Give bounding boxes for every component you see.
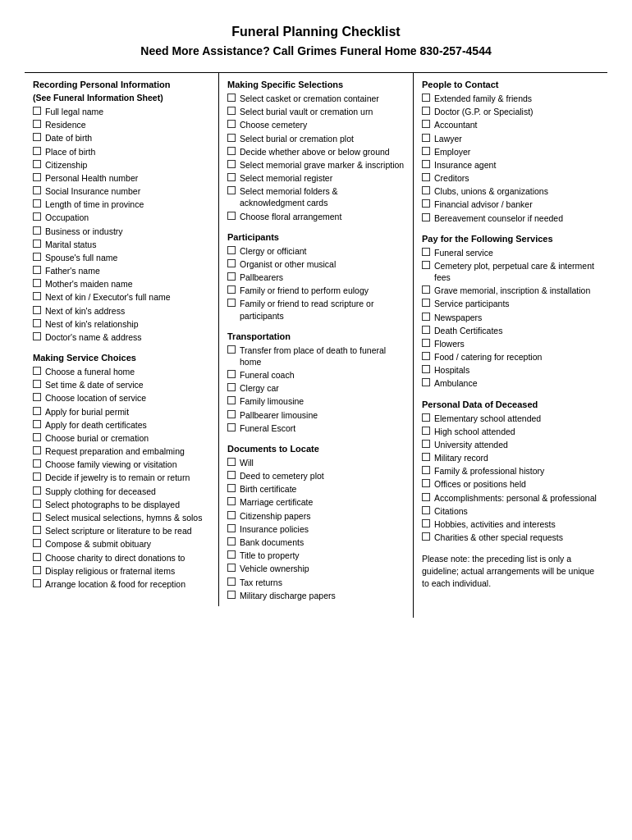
checkbox-icon[interactable] (422, 173, 430, 181)
checkbox-icon[interactable] (33, 472, 41, 481)
checkbox-icon[interactable] (33, 332, 41, 340)
checkbox-icon[interactable] (422, 453, 430, 461)
checkbox-icon[interactable] (227, 497, 236, 505)
checkbox-icon[interactable] (227, 259, 236, 267)
checkbox-icon[interactable] (422, 313, 430, 321)
checkbox-icon[interactable] (33, 319, 41, 327)
checkbox-icon[interactable] (422, 134, 430, 142)
checkbox-icon[interactable] (33, 253, 41, 261)
checkbox-icon[interactable] (227, 396, 236, 404)
checkbox-icon[interactable] (422, 440, 430, 448)
checkbox-icon[interactable] (227, 160, 236, 168)
checkbox-icon[interactable] (33, 160, 41, 168)
checkbox-icon[interactable] (227, 524, 236, 532)
checkbox-icon[interactable] (227, 370, 236, 378)
checkbox-icon[interactable] (227, 94, 236, 102)
checkbox-icon[interactable] (33, 553, 41, 561)
checkbox-icon[interactable] (33, 526, 41, 534)
checkbox-icon[interactable] (422, 466, 430, 474)
checkbox-icon[interactable] (227, 120, 236, 128)
checkbox-icon[interactable] (33, 133, 41, 141)
checkbox-icon[interactable] (422, 248, 430, 256)
checkbox-icon[interactable] (227, 345, 236, 354)
checkbox-icon[interactable] (422, 326, 430, 334)
checkbox-icon[interactable] (227, 173, 236, 181)
checkbox-icon[interactable] (33, 240, 41, 248)
checkbox-icon[interactable] (33, 266, 41, 274)
checkbox-icon[interactable] (422, 285, 430, 294)
checkbox-icon[interactable] (33, 292, 41, 300)
checkbox-icon[interactable] (227, 564, 236, 572)
checkbox-icon[interactable] (227, 147, 236, 155)
checkbox-icon[interactable] (33, 212, 41, 221)
checkbox-icon[interactable] (422, 147, 430, 155)
checkbox-icon[interactable] (33, 147, 41, 155)
checkbox-icon[interactable] (422, 479, 430, 487)
checkbox-icon[interactable] (33, 306, 41, 314)
list-item: Grave memorial, inscription & installati… (422, 285, 599, 296)
checkbox-icon[interactable] (227, 423, 236, 431)
checkbox-icon[interactable] (33, 173, 41, 181)
checkbox-icon[interactable] (227, 537, 236, 546)
checkbox-icon[interactable] (33, 459, 41, 468)
checkbox-icon[interactable] (227, 272, 236, 281)
checkbox-icon[interactable] (33, 566, 41, 574)
checkbox-icon[interactable] (422, 352, 430, 360)
checkbox-icon[interactable] (227, 299, 236, 307)
checkbox-icon[interactable] (227, 471, 236, 479)
checkbox-icon[interactable] (422, 365, 430, 373)
checkbox-icon[interactable] (227, 107, 236, 115)
checkbox-icon[interactable] (227, 285, 236, 294)
checkbox-icon[interactable] (227, 212, 236, 220)
checkbox-icon[interactable] (227, 410, 236, 418)
checkbox-icon[interactable] (33, 420, 41, 428)
checkbox-icon[interactable] (227, 134, 236, 142)
checkbox-icon[interactable] (33, 107, 41, 115)
list-item: Decide whether above or below ground (227, 146, 405, 158)
checkbox-icon[interactable] (422, 413, 430, 422)
checkbox-icon[interactable] (422, 299, 430, 307)
checkbox-icon[interactable] (422, 213, 430, 221)
checkbox-icon[interactable] (422, 107, 430, 115)
checkbox-icon[interactable] (227, 383, 236, 391)
checkbox-icon[interactable] (33, 199, 41, 208)
checkbox-icon[interactable] (227, 550, 236, 559)
checkbox-icon[interactable] (422, 493, 430, 501)
checkbox-icon[interactable] (422, 160, 430, 168)
checkbox-icon[interactable] (422, 199, 430, 208)
checkbox-icon[interactable] (33, 367, 41, 375)
checkbox-icon[interactable] (33, 539, 41, 547)
checkbox-icon[interactable] (227, 458, 236, 466)
checkbox-icon[interactable] (33, 226, 41, 235)
checkbox-icon[interactable] (422, 261, 430, 269)
checkbox-icon[interactable] (33, 446, 41, 454)
checkbox-icon[interactable] (33, 500, 41, 508)
checkbox-icon[interactable] (33, 279, 41, 287)
list-item-text: Funeral service (434, 247, 493, 258)
checkbox-icon[interactable] (422, 506, 430, 514)
checkbox-icon[interactable] (33, 513, 41, 521)
checkbox-icon[interactable] (227, 186, 236, 194)
checkbox-icon[interactable] (33, 433, 41, 441)
checkbox-icon[interactable] (33, 393, 41, 401)
checkbox-icon[interactable] (422, 378, 430, 386)
checkbox-icon[interactable] (33, 486, 41, 495)
checkbox-icon[interactable] (227, 246, 236, 254)
checkbox-icon[interactable] (227, 484, 236, 492)
checkbox-icon[interactable] (422, 427, 430, 435)
checkbox-icon[interactable] (33, 120, 41, 128)
checkbox-icon[interactable] (422, 94, 430, 102)
checkbox-icon[interactable] (33, 579, 41, 587)
checkbox-icon[interactable] (422, 519, 430, 527)
checkbox-icon[interactable] (422, 186, 430, 194)
checkbox-icon[interactable] (422, 120, 430, 128)
checkbox-icon[interactable] (422, 339, 430, 347)
checkbox-icon[interactable] (227, 578, 236, 586)
checkbox-icon[interactable] (33, 380, 41, 388)
checkbox-icon[interactable] (33, 186, 41, 194)
checkbox-icon[interactable] (422, 532, 430, 541)
list-item: Select burial vault or cremation urn (227, 106, 405, 117)
checkbox-icon[interactable] (227, 511, 236, 519)
checkbox-icon[interactable] (227, 591, 236, 599)
checkbox-icon[interactable] (33, 407, 41, 415)
